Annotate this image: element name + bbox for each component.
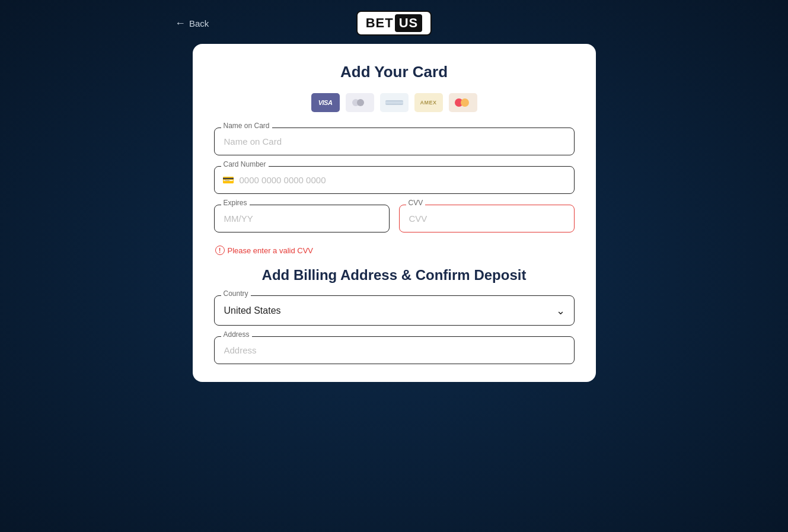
logo: BET US <box>356 11 432 36</box>
discover-lines-icon <box>385 100 403 105</box>
expires-field: Expires <box>214 205 390 232</box>
address-field: Address <box>214 336 575 364</box>
country-select[interactable]: United States Canada United Kingdom Aust… <box>214 295 575 326</box>
card-form: Name on Card Card Number 💳 Expires CVV !… <box>214 128 575 255</box>
card-number-input[interactable] <box>214 166 575 194</box>
name-on-card-field: Name on Card <box>214 128 575 155</box>
billing-title: Add Billing Address & Confirm Deposit <box>214 267 575 283</box>
cvv-field: CVV <box>399 205 575 232</box>
expires-cvv-row: Expires CVV <box>214 205 575 232</box>
country-label: Country <box>221 289 251 298</box>
card-icons-row: VISA AMEX <box>311 93 477 112</box>
card-chip-icon: 💳 <box>222 174 234 186</box>
diners-circles-icon <box>352 98 368 107</box>
amex-text-icon: AMEX <box>420 100 436 106</box>
main-card: Add Your Card VISA AMEX Name on Card Car… <box>193 44 596 382</box>
card-number-field: Card Number 💳 <box>214 166 575 194</box>
name-on-card-input[interactable] <box>214 128 575 155</box>
expires-input[interactable] <box>214 205 390 232</box>
cvv-label: CVV <box>406 199 426 207</box>
logo-us-box: US <box>395 14 423 32</box>
back-button[interactable]: ← Back <box>175 17 209 30</box>
name-on-card-label: Name on Card <box>221 122 272 130</box>
diners-icon <box>346 93 374 112</box>
logo-box: BET US <box>356 11 432 36</box>
expires-label: Expires <box>221 199 250 207</box>
logo-bet-text: BET <box>366 15 394 31</box>
cvv-input[interactable] <box>399 205 575 232</box>
error-icon: ! <box>215 246 225 255</box>
add-card-title: Add Your Card <box>340 63 448 81</box>
country-field: Country United States Canada United King… <box>214 295 575 326</box>
mc-circles-icon <box>455 97 471 108</box>
address-input[interactable] <box>214 336 575 364</box>
card-number-label: Card Number <box>221 160 269 168</box>
cvv-error-text: Please enter a valid CVV <box>228 246 314 255</box>
billing-form: Country United States Canada United King… <box>214 295 575 364</box>
mastercard-icon <box>449 93 477 112</box>
address-label: Address <box>221 330 252 339</box>
amex-icon: AMEX <box>414 93 443 112</box>
cvv-error-message: ! Please enter a valid CVV <box>215 246 575 255</box>
back-label: Back <box>189 18 209 28</box>
topbar: ← Back BET US <box>0 0 788 44</box>
discover-icon <box>380 93 409 112</box>
back-arrow-icon: ← <box>175 17 186 30</box>
logo-us-text: US <box>399 15 419 30</box>
visa-icon: VISA <box>311 93 340 112</box>
